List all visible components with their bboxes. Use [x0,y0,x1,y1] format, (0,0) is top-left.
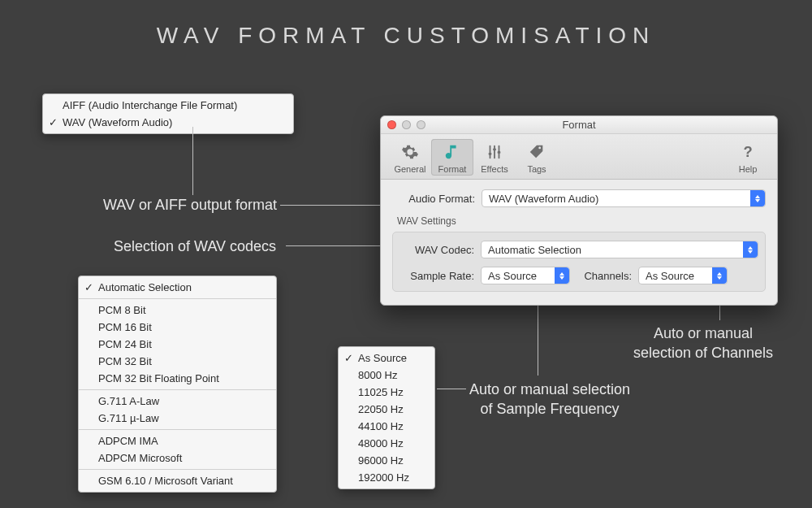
anno-line: selection of Channels [633,345,773,361]
annotation-channels: Auto or manual selection of Channels [633,323,773,363]
chevron-updown-icon [555,267,569,284]
chevron-updown-icon [743,241,758,258]
tab-label: General [389,164,431,174]
music-note-icon [431,141,473,163]
window-titlebar: Format [381,116,777,134]
wav-settings-heading: WAV Settings [397,215,766,227]
annotation-codec: Selection of WAV codecs [114,238,276,255]
minimize-button[interactable] [402,120,411,129]
svg-rect-3 [489,153,492,155]
codec-option[interactable]: G.711 A-Law [79,393,276,410]
connector-line [192,127,193,195]
help-label: Help [727,164,769,174]
audio-format-label: Audio Format: [392,193,482,205]
codec-option[interactable]: G.711 µ-Law [79,410,276,427]
select-value: WAV (Waveform Audio) [482,193,750,205]
close-button[interactable] [387,120,396,129]
select-value: Automatic Selection [482,244,743,256]
chevron-updown-icon [750,190,765,206]
codec-option[interactable]: PCM 8 Bit [79,302,276,319]
rate-option[interactable]: 8000 Hz [339,367,434,384]
codec-option[interactable]: ADPCM Microsoft [79,449,276,467]
codec-option[interactable]: PCM 32 Bit Floating Point [79,370,276,387]
tag-icon [516,141,558,163]
page-title: WAV FORMAT CUSTOMISATION [0,23,812,49]
window-toolbar: General Format Effects Tags ? Help [381,134,777,180]
menu-separator [79,469,276,470]
rate-option[interactable]: 22050 Hz [339,401,434,418]
rate-option[interactable]: As Source [339,350,434,367]
annotation-sample-rate: Auto or manual selection of Sample Frequ… [469,380,630,419]
window-body: Audio Format: WAV (Waveform Audio) WAV S… [381,180,777,305]
wav-codec-select[interactable]: Automatic Selection [481,241,758,258]
tab-tags[interactable]: Tags [516,139,558,176]
tab-label: Tags [516,164,558,174]
window-title: Format [562,119,595,131]
tab-general[interactable]: General [389,139,431,176]
help-button[interactable]: ? Help [727,139,769,176]
menu-separator [79,389,276,390]
annotation-format: WAV or AIFF output format [103,197,277,214]
sliders-icon [473,141,516,163]
codec-option[interactable]: PCM 24 Bit [79,336,276,353]
svg-rect-4 [493,148,496,150]
channels-select[interactable]: As Source [638,267,728,284]
codec-option[interactable]: ADPCM IMA [79,432,276,449]
rate-option[interactable]: 96000 Hz [339,452,434,469]
sample-rate-label: Sample Rate: [400,270,481,282]
gear-icon [389,141,431,163]
connector-line [437,389,466,389]
select-value: As Source [639,270,712,282]
codec-option[interactable]: GSM 6.10 / Microsoft Variant [79,472,276,489]
menu-separator [79,429,276,430]
audio-format-select[interactable]: WAV (Waveform Audio) [482,189,766,207]
tab-label: Effects [473,164,516,174]
codec-option[interactable]: PCM 16 Bit [79,319,276,336]
connector-line [280,205,392,206]
sample-rate-dropdown-menu[interactable]: As Source 8000 Hz 11025 Hz 22050 Hz 4410… [338,346,435,489]
zoom-button[interactable] [417,120,425,129]
anno-line: Auto or manual selection [469,381,630,397]
rate-option[interactable]: 48000 Hz [339,435,434,452]
tab-label: Format [431,164,473,174]
anno-line: Auto or manual [654,325,753,341]
codec-option-auto[interactable]: Automatic Selection [79,279,276,296]
connector-line [286,245,392,246]
tab-effects[interactable]: Effects [473,139,516,176]
format-window: Format General Format Effects Tags [380,115,778,306]
format-dropdown-menu[interactable]: AIFF (Audio Interchange File Format) WAV… [42,93,294,134]
chevron-updown-icon [712,267,727,284]
codec-option[interactable]: PCM 32 Bit [79,353,276,370]
menu-separator [79,298,276,299]
format-option-aiff[interactable]: AIFF (Audio Interchange File Format) [43,97,293,114]
svg-rect-5 [498,151,501,154]
wav-settings-group: WAV Codec: Automatic Selection Sample Ra… [392,232,766,292]
rate-option[interactable]: 192000 Hz [339,469,434,486]
rate-option[interactable]: 44100 Hz [339,418,434,435]
anno-line: of Sample Frequency [481,401,620,417]
window-traffic-lights [387,120,425,129]
tab-format[interactable]: Format [431,139,473,176]
codec-dropdown-menu[interactable]: Automatic Selection PCM 8 Bit PCM 16 Bit… [78,276,277,493]
rate-option[interactable]: 11025 Hz [339,384,434,401]
sample-rate-select[interactable]: As Source [481,267,570,284]
question-icon: ? [727,141,769,163]
select-value: As Source [482,270,555,282]
channels-label: Channels: [570,270,638,282]
wav-codec-label: WAV Codec: [400,244,481,256]
format-option-wav[interactable]: WAV (Waveform Audio) [43,114,293,131]
svg-text:?: ? [743,143,752,160]
